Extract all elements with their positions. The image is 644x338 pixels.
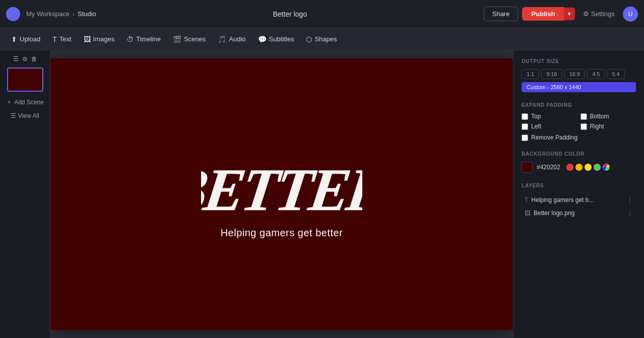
duplicate-icon[interactable]: ⧉ [21,54,29,63]
expand-padding-label: EXPAND PADDING [522,102,636,108]
custom-size-button[interactable]: Custom - 2560 x 1440 [522,82,636,92]
color-preset-green[interactable] [594,164,601,171]
audio-icon: 🎵 [218,35,226,43]
size-btn-4-5[interactable]: 4:5 [587,69,605,79]
color-preset-amber[interactable] [575,164,583,171]
layer-actions: ⋮ [627,196,633,204]
top-bar: My Workspace › Studio Better logo Share … [0,0,644,28]
size-btn-5-4[interactable]: 5:4 [607,69,624,79]
timeline-button[interactable]: ⏱ Timeline [121,32,166,46]
layer-left: T Helping gamers get b... [525,196,624,204]
view-all-button[interactable]: ☰ View All [8,110,42,121]
layer-item-text[interactable]: T Helping gamers get b... ⋮ [522,193,636,207]
color-hex-value: #420202 [537,164,560,171]
images-icon: 🖼 [84,35,91,43]
padding-top-row[interactable]: Top [522,113,577,120]
shapes-button[interactable]: ⬡ Shapes [301,32,342,46]
color-preset-red[interactable] [566,164,573,171]
scene-thumbnail[interactable] [7,67,43,92]
canvas-tagline: Helping gamers get better [221,227,343,239]
upload-icon: ⬆ [11,35,17,43]
color-picker-icon[interactable] [603,164,610,171]
svg-text:BETTER: BETTER [201,157,362,223]
scenes-button[interactable]: 🎬 Scenes [168,32,211,46]
layer-name-text: Helping gamers get b... [531,196,594,204]
padding-right-checkbox[interactable] [581,123,587,130]
subtitles-button[interactable]: 💬 Subtitles [253,32,299,46]
layer-actions-2: ⋮ [627,210,633,217]
image-layer-icon: 🖼 [525,210,531,217]
images-button[interactable]: 🖼 Images [79,32,120,46]
canvas[interactable]: BETTER Helping gamers get better [50,58,513,330]
padding-top-label: Top [531,113,541,120]
add-scene-button[interactable]: ＋ Add Scene [3,96,47,108]
layer-delete-icon-2[interactable]: ⋮ [627,210,633,217]
right-panel: OUTPUT SIZE 1:1 9:16 16:9 4:5 5:4 Custom… [513,50,644,338]
timeline-icon: ⏱ [126,35,134,43]
size-buttons: 1:1 9:16 16:9 4:5 5:4 [522,69,636,79]
shapes-icon: ⬡ [306,35,312,43]
size-btn-16-9[interactable]: 16:9 [564,69,585,79]
padding-left-label: Left [531,123,541,130]
sidebar: ☰ ⧉ 🗑 ＋ Add Scene ☰ View All [0,50,50,338]
scene-thumb-toolbar: ☰ ⧉ 🗑 [12,54,39,63]
project-title: Better logo [100,10,480,18]
app-logo [6,7,20,21]
padding-bottom-checkbox[interactable] [581,113,587,120]
breadcrumb-separator: › [73,10,75,18]
subtitles-icon: 💬 [258,35,267,43]
size-btn-9-16[interactable]: 9:16 [541,69,562,79]
padding-top-checkbox[interactable] [522,113,528,120]
text-button[interactable]: T Text [47,32,76,46]
add-scene-icon: ＋ [6,98,12,106]
studio-label: Studio [78,10,96,18]
share-button[interactable]: Share [484,7,519,21]
color-presets [566,164,610,171]
output-size-section: OUTPUT SIZE 1:1 9:16 16:9 4:5 5:4 Custom… [522,58,636,92]
upload-button[interactable]: ⬆ Upload [6,32,45,46]
color-row: #420202 [522,162,636,173]
layers-section: LAYERS T Helping gamers get b... ⋮ 🖼 Bet… [522,183,636,220]
publish-group: Publish ▾ [522,7,575,21]
better-logo-svg: BETTER [201,150,362,225]
settings-button[interactable]: ⚙ Settings [583,10,615,18]
padding-grid: Top Bottom Left Right [522,113,636,130]
canvas-area: BETTER Helping gamers get better [50,50,513,338]
publish-button[interactable]: Publish [522,7,564,21]
scene-thumb-inner [8,69,42,91]
breadcrumb: My Workspace › Studio [26,10,96,18]
layer-name-image: Better logo.png [534,210,574,217]
scenes-icon: 🎬 [173,35,181,43]
expand-padding-section: EXPAND PADDING Top Bottom Left Right [522,102,636,141]
user-avatar[interactable]: U [623,7,638,22]
background-color-label: BACKGROUND COLOR [522,151,636,157]
canvas-content: BETTER Helping gamers get better [201,150,362,239]
workspace-link[interactable]: My Workspace [26,10,70,18]
main-layout: ☰ ⧉ 🗑 ＋ Add Scene ☰ View All BETTER Help… [0,50,644,338]
padding-right-row[interactable]: Right [581,123,636,130]
remove-padding-row[interactable]: Remove Padding [522,134,636,141]
remove-padding-checkbox[interactable] [522,134,528,141]
view-all-icon: ☰ [11,112,16,119]
layer-delete-icon[interactable]: ⋮ [627,196,633,204]
size-btn-1-1[interactable]: 1:1 [522,69,539,79]
padding-left-row[interactable]: Left [522,123,577,130]
layer-item-image[interactable]: 🖼 Better logo.png ⋮ [522,207,636,220]
remove-padding-label: Remove Padding [531,134,577,141]
audio-button[interactable]: 🎵 Audio [213,32,250,46]
publish-dropdown-button[interactable]: ▾ [564,8,575,20]
text-icon: T [52,35,57,43]
padding-bottom-label: Bottom [590,113,609,120]
text-layer-icon: T [525,196,528,204]
toolbar: ⬆ Upload T Text 🖼 Images ⏱ Timeline 🎬 Sc… [0,28,644,50]
output-size-label: OUTPUT SIZE [522,58,636,64]
padding-right-label: Right [590,123,604,130]
color-swatch-main[interactable] [522,162,533,173]
list-icon[interactable]: ☰ [12,54,20,63]
color-preset-yellow[interactable] [585,164,592,171]
delete-icon[interactable]: 🗑 [30,54,39,63]
layers-label: LAYERS [522,183,636,188]
padding-bottom-row[interactable]: Bottom [581,113,636,120]
padding-left-checkbox[interactable] [522,123,528,130]
layer-left-2: 🖼 Better logo.png [525,210,624,217]
